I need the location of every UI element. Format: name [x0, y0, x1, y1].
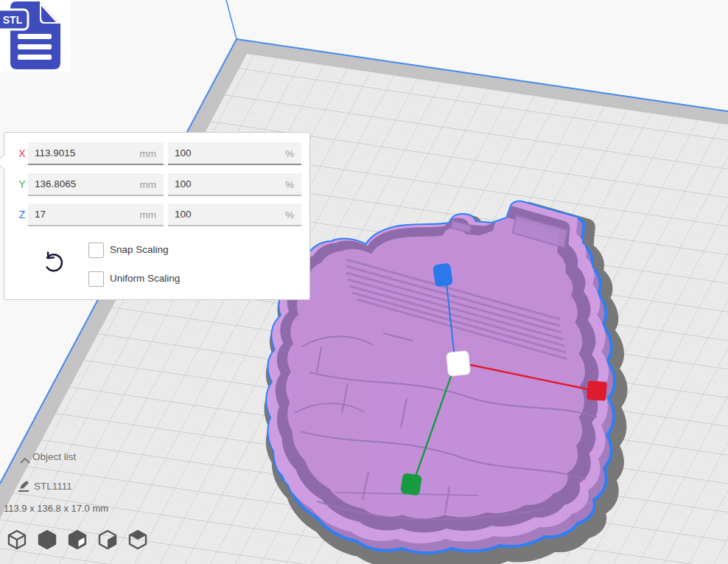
panel-pointer — [0, 154, 12, 170]
axis-label-x: X — [16, 142, 28, 165]
scale-z-percent-input[interactable] — [168, 203, 301, 226]
scale-x-percent-input[interactable] — [168, 142, 301, 165]
object-list-item[interactable]: STL1111 — [34, 481, 72, 492]
uniform-scaling-checkbox[interactable] — [88, 271, 104, 287]
scale-handle-y[interactable] — [400, 473, 422, 495]
stl-file-thumbnail: STL — [0, 0, 71, 72]
scale-y-percent-input[interactable] — [168, 173, 301, 196]
cura-window: { "file_badge": { "label": "STL" }, "sca… — [0, 0, 728, 564]
snap-scaling-label: Snap Scaling — [110, 242, 169, 257]
object-list-title[interactable]: Object list — [32, 451, 76, 462]
document-icon: STL — [0, 1, 60, 69]
reset-scale-button[interactable] — [40, 249, 66, 276]
camera-view-toolbar — [6, 528, 149, 553]
scale-handle-center[interactable] — [446, 351, 470, 377]
model-type-icon — [16, 478, 31, 496]
scale-tool-panel: X mm % Y mm % Z mm % Snap Scaling — [4, 132, 310, 300]
scale-handle-x[interactable] — [587, 380, 607, 401]
model-stl1111[interactable] — [261, 192, 615, 553]
uniform-scaling-label: Uniform Scaling — [110, 271, 180, 286]
view-left-icon[interactable] — [97, 528, 119, 551]
collapse-chevron-icon[interactable] — [19, 454, 31, 467]
scale-z-mm-input[interactable] — [28, 203, 164, 226]
model-dimensions: 113.9 x 136.8 x 17.0 mm — [4, 503, 108, 514]
view-right-icon[interactable] — [127, 528, 149, 551]
scale-handle-z[interactable] — [433, 262, 453, 287]
stl-badge-label: STL — [3, 14, 23, 26]
axis-label-y: Y — [16, 173, 28, 196]
scale-y-mm-input[interactable] — [28, 173, 164, 196]
view-front-icon[interactable] — [36, 528, 58, 551]
view-top-icon[interactable] — [66, 528, 88, 551]
snap-scaling-checkbox[interactable] — [88, 243, 104, 258]
reset-rotate-icon — [43, 251, 63, 273]
view-3d-icon[interactable] — [6, 528, 28, 551]
axis-label-z: Z — [16, 203, 28, 226]
scale-x-mm-input[interactable] — [28, 142, 164, 165]
